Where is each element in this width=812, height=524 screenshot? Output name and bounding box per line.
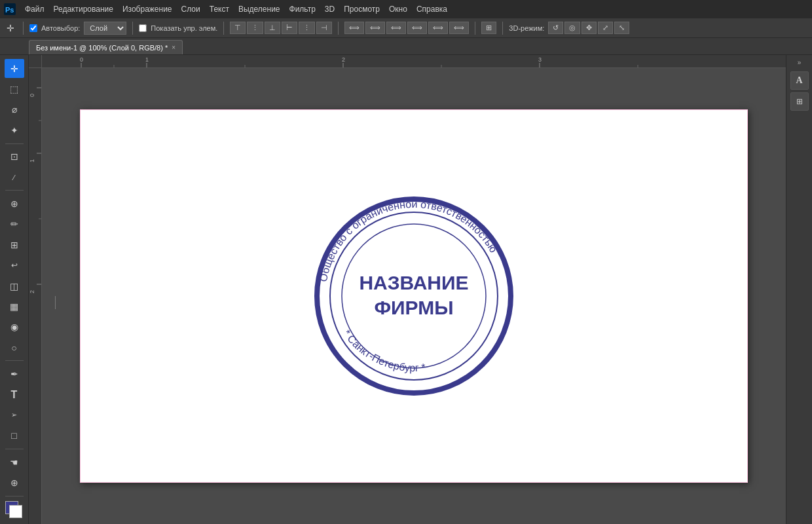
menu-select[interactable]: Выделение	[234, 3, 284, 15]
eraser-tool-btn[interactable]: ◫	[5, 276, 24, 295]
document-tab[interactable]: Без имени-1 @ 100% (Слой 0, RGB/8) * ×	[29, 40, 183, 54]
menu-bar: Ps Файл Редактирование Изображение Слои …	[0, 0, 812, 18]
menu-filter[interactable]: Фильтр	[286, 3, 320, 15]
tab-title: Без имени-1 @ 100% (Слой 0, RGB/8) *	[36, 44, 168, 52]
tool-sep-2	[5, 190, 24, 191]
brush-tool-btn[interactable]: ✏	[5, 215, 24, 234]
stamp-tool-btn[interactable]: ⊞	[5, 235, 24, 254]
show-transform-label: Показать упр. элем.	[151, 24, 217, 32]
dist-hcenter-btn[interactable]: ⟺	[428, 22, 448, 34]
auto-select-label: Автовыбор:	[41, 24, 80, 32]
distribute-buttons: ⟺ ⟺ ⟺ ⟺ ⟺ ⟺	[344, 22, 469, 34]
separator-1	[23, 22, 24, 35]
svg-text:ФИРМЫ: ФИРМЫ	[374, 297, 453, 318]
svg-text:1: 1	[145, 56, 149, 63]
ruler-row: 0 1 2 3	[29, 55, 786, 68]
separator-6	[502, 22, 503, 35]
char-panel-btn[interactable]: A	[790, 71, 809, 90]
separator-3	[223, 22, 224, 35]
stamp-image: Общество с ограниченной ответственностью…	[309, 191, 519, 401]
svg-text:3: 3	[538, 56, 542, 63]
canvas-container[interactable]: Общество с ограниченной ответственностью…	[42, 68, 786, 524]
3d-mode-label: 3D-режим:	[509, 24, 544, 32]
separator-4	[338, 22, 339, 35]
tab-bar: Без имени-1 @ 100% (Слой 0, RGB/8) * ×	[0, 38, 812, 55]
3d-orbit-btn[interactable]: ◎	[564, 22, 580, 34]
eyedropper-btn[interactable]: ∕	[5, 168, 24, 187]
move-tool-btn[interactable]: ✛	[5, 59, 24, 78]
show-transform-checkbox[interactable]	[139, 24, 147, 32]
zoom-tool-btn[interactable]: ⊕	[5, 473, 24, 492]
align-top-btn[interactable]: ⊤	[230, 22, 246, 34]
dist-top-btn[interactable]: ⟺	[344, 22, 364, 34]
svg-text:0: 0	[80, 56, 83, 63]
menu-window[interactable]: Окно	[385, 3, 411, 15]
align-bottom-btn[interactable]: ⊥	[265, 22, 280, 34]
3d-rotate-btn[interactable]: ↺	[548, 22, 563, 34]
magic-wand-btn[interactable]: ✦	[5, 121, 24, 140]
align-left-btn[interactable]: ⊢	[282, 22, 297, 34]
type-tool-btn[interactable]: T	[5, 385, 24, 404]
dist-left-btn[interactable]: ⟺	[407, 22, 427, 34]
arrange-btn[interactable]: ⊞	[481, 22, 496, 34]
right-panel: » A ⊞	[786, 55, 812, 524]
menu-help[interactable]: Справка	[413, 3, 451, 15]
menu-image[interactable]: Изображение	[119, 3, 176, 15]
ruler-guide-h	[55, 296, 56, 309]
menu-layers[interactable]: Слои	[177, 3, 204, 15]
left-toolbar: ✛ ⬚ ⌀ ✦ ⊡ ∕ ⊕ ✏ ⊞ ↩ ◫ ▦ ◉ ○ ✒ T ➢ □ ☚ ⊕	[0, 55, 29, 524]
menu-view[interactable]: Просмотр	[340, 3, 384, 15]
svg-text:* Санкт-Петербург *: * Санкт-Петербург *	[341, 328, 426, 374]
tab-close-btn[interactable]: ×	[172, 44, 175, 51]
align-right-btn[interactable]: ⊣	[316, 22, 332, 34]
path-selection-btn[interactable]: ➢	[5, 405, 24, 424]
canvas-scroll-area: 0 1 2	[29, 68, 786, 524]
menu-file[interactable]: Файл	[21, 3, 48, 15]
lasso-tool-btn[interactable]: ⌀	[5, 100, 24, 119]
gradient-tool-btn[interactable]: ▦	[5, 297, 24, 316]
dist-right-btn[interactable]: ⟺	[449, 22, 469, 34]
panel-collapse-btn[interactable]: »	[798, 59, 802, 66]
marquee-tool-btn[interactable]: ⬚	[5, 79, 24, 98]
history-brush-btn[interactable]: ↩	[5, 255, 24, 274]
menu-text[interactable]: Текст	[206, 3, 233, 15]
ruler-corner	[29, 55, 42, 68]
align-buttons: ⊤ ⋮ ⊥ ⊢ ⋮ ⊣	[230, 22, 332, 34]
svg-text:Ps: Ps	[5, 6, 14, 14]
options-bar: ✛ Автовыбор: Слой Группа Показать упр. э…	[0, 18, 812, 38]
dodge-tool-btn[interactable]: ○	[5, 338, 24, 357]
svg-text:1: 1	[29, 159, 35, 162]
vertical-ruler: 0 1 2	[29, 68, 42, 524]
dist-vcenter-btn[interactable]: ⟺	[365, 22, 385, 34]
crop-tool-btn[interactable]: ⊡	[5, 147, 24, 166]
dist-bottom-btn[interactable]: ⟺	[386, 22, 406, 34]
menu-3d[interactable]: 3D	[321, 3, 339, 15]
auto-select-checkbox[interactable]	[29, 24, 37, 32]
tool-sep-3	[5, 360, 24, 361]
auto-select-dropdown[interactable]: Слой Группа	[84, 22, 126, 35]
menu-edit[interactable]: Редактирование	[50, 3, 117, 15]
app-logo: Ps	[3, 2, 17, 16]
separator-5	[475, 22, 475, 35]
hand-tool-btn[interactable]: ☚	[5, 453, 24, 472]
tool-sep-5	[5, 496, 24, 496]
heal-brush-btn[interactable]: ⊕	[5, 194, 24, 213]
shape-tool-btn[interactable]: □	[5, 426, 24, 445]
horizontal-ruler: 0 1 2 3	[42, 55, 786, 68]
canvas-document: Общество с ограниченной ответственностью…	[80, 109, 748, 483]
align-vcenter-btn[interactable]: ⋮	[247, 22, 263, 34]
3d-pan-btn[interactable]: ✥	[581, 22, 597, 34]
pen-tool-btn[interactable]: ✒	[5, 364, 24, 383]
panel-icon-btn[interactable]: ⊞	[790, 92, 809, 111]
3d-slide-btn[interactable]: ⤢	[598, 22, 613, 34]
svg-text:2: 2	[29, 290, 35, 293]
svg-text:НАЗВАНИЕ: НАЗВАНИЕ	[359, 272, 468, 293]
tool-sep-4	[5, 449, 24, 449]
svg-text:Общество с ограниченной ответс: Общество с ограниченной ответственностью	[318, 198, 500, 283]
svg-point-23	[330, 212, 498, 380]
workspace: ✛ ⬚ ⌀ ✦ ⊡ ∕ ⊕ ✏ ⊞ ↩ ◫ ▦ ◉ ○ ✒ T ➢ □ ☚ ⊕	[0, 55, 812, 524]
align-hcenter-btn[interactable]: ⋮	[299, 22, 315, 34]
blur-tool-btn[interactable]: ◉	[5, 318, 24, 337]
foreground-color-btn[interactable]	[5, 501, 24, 519]
3d-scale-btn[interactable]: ⤡	[614, 22, 629, 34]
